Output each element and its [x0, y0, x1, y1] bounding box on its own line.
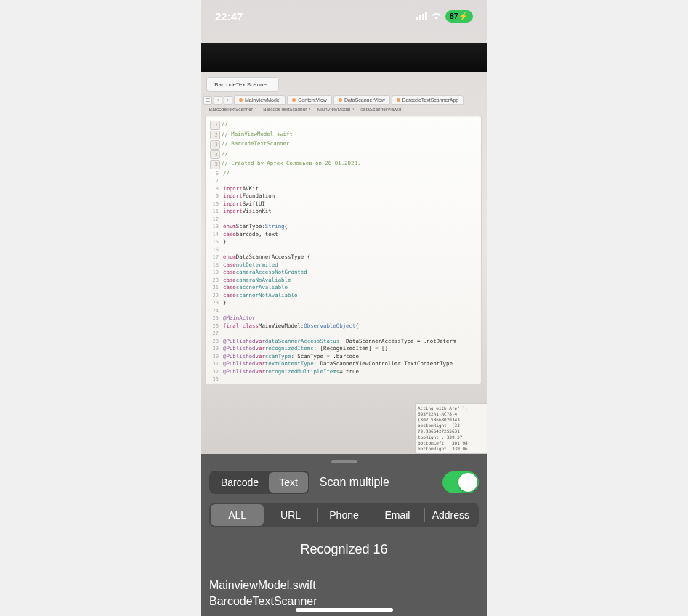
sidebar-toggle-icon: ☰	[203, 96, 212, 105]
scan-type-barcode[interactable]: Barcode	[211, 472, 269, 493]
list-item[interactable]: MainviewModel.swift	[209, 578, 479, 593]
editor-tab-1: ContentView	[287, 95, 332, 105]
debug-output: Acting with Are")), 693F22A1-AC78-4 (302…	[415, 403, 487, 454]
status-bar: 22:47 87⚡	[201, 0, 487, 32]
category-email[interactable]: Email	[371, 504, 424, 526]
category-url[interactable]: URL	[264, 504, 317, 526]
scan-type-text[interactable]: Text	[269, 472, 308, 493]
category-phone[interactable]: Phone	[317, 504, 371, 526]
camera-viewfinder[interactable]: BarcodeTextScanner ☰ ‹ › MainViewModel C…	[201, 0, 487, 454]
home-indicator[interactable]	[296, 608, 393, 612]
scan-multiple-toggle[interactable]	[442, 471, 479, 493]
cellular-icon	[416, 12, 427, 20]
wifi-icon	[431, 10, 442, 22]
xcode-toolbar: ☰ ‹ › MainViewModel ContentView DataScan…	[201, 94, 487, 106]
category-address[interactable]: Address	[424, 504, 477, 526]
editor-tab-0: MainViewModel	[234, 95, 286, 105]
results-list: MainviewModel.swift BarcodeTextScanner	[209, 578, 479, 609]
control-panel: Barcode Text Scan multiple ALL URL Phone…	[201, 454, 487, 616]
xcode-project-tab: BarcodeTextScanner	[206, 77, 279, 92]
scan-multiple-label: Scan multiple	[317, 476, 435, 489]
battery-indicator: 87⚡	[445, 10, 473, 23]
breadcrumb: BarcodeTextScanner › BarcodeTextScanner …	[201, 106, 487, 113]
monitor-bezel	[201, 43, 487, 72]
editor-tab-3: BarcodeTextScannerApp	[392, 95, 464, 105]
toggle-knob	[458, 473, 477, 492]
scan-type-segmented: Barcode Text	[209, 471, 309, 494]
sheet-handle[interactable]	[331, 460, 357, 463]
category-all[interactable]: ALL	[211, 504, 264, 526]
status-right: 87⚡	[416, 10, 473, 23]
nav-forward-icon: ›	[224, 96, 232, 105]
status-time: 22:47	[215, 10, 243, 23]
phone-screen: 22:47 87⚡ BarcodeTextScanner ☰ ‹ › MainV…	[201, 0, 487, 616]
text-category-segmented: ALL URL Phone Email Address	[209, 503, 479, 527]
recognized-count: Recognized 16	[209, 542, 479, 557]
list-item[interactable]: BarcodeTextScanner	[209, 593, 479, 609]
scan-settings-row: Barcode Text Scan multiple	[209, 471, 479, 494]
code-editor: 1// 2// MainViewModel.swift 3// BarcodeT…	[205, 115, 482, 384]
xcode-window: BarcodeTextScanner ☰ ‹ › MainViewModel C…	[201, 73, 487, 390]
charging-icon: ⚡	[458, 12, 469, 21]
editor-tab-2: DataScannerView	[333, 95, 390, 105]
nav-back-icon: ‹	[214, 96, 222, 105]
project-name: BarcodeTextScanner	[214, 81, 268, 88]
battery-percent: 87	[450, 12, 458, 20]
